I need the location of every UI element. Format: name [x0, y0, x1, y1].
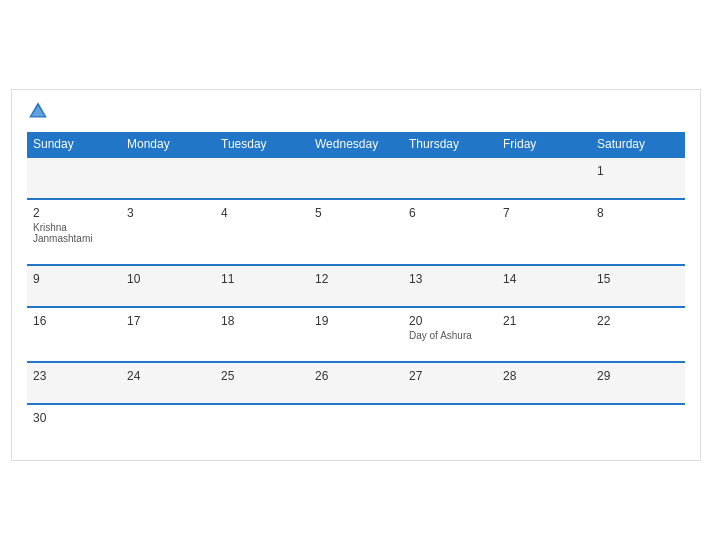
calendar-cell — [403, 404, 497, 445]
calendar-cell: 30 — [27, 404, 121, 445]
calendar-cell — [309, 404, 403, 445]
day-number: 11 — [221, 272, 303, 286]
logo — [27, 100, 52, 122]
day-number: 9 — [33, 272, 115, 286]
day-number: 17 — [127, 314, 209, 328]
weekday-header-saturday: Saturday — [591, 132, 685, 157]
logo-icon — [27, 100, 49, 122]
calendar-container: SundayMondayTuesdayWednesdayThursdayFrid… — [11, 89, 701, 461]
calendar-cell: 12 — [309, 265, 403, 307]
calendar-header — [27, 100, 685, 122]
weekday-header-tuesday: Tuesday — [215, 132, 309, 157]
day-number: 25 — [221, 369, 303, 383]
weekday-header-row: SundayMondayTuesdayWednesdayThursdayFrid… — [27, 132, 685, 157]
calendar-week-row: 30 — [27, 404, 685, 445]
day-number: 15 — [597, 272, 679, 286]
calendar-table: SundayMondayTuesdayWednesdayThursdayFrid… — [27, 132, 685, 445]
day-number: 29 — [597, 369, 679, 383]
calendar-cell — [497, 157, 591, 199]
day-number: 2 — [33, 206, 115, 220]
day-number: 14 — [503, 272, 585, 286]
day-number: 13 — [409, 272, 491, 286]
calendar-cell: 15 — [591, 265, 685, 307]
calendar-cell — [215, 404, 309, 445]
weekday-header-friday: Friday — [497, 132, 591, 157]
calendar-week-row: 2Krishna Janmashtami345678 — [27, 199, 685, 265]
calendar-week-row: 1 — [27, 157, 685, 199]
calendar-cell: 5 — [309, 199, 403, 265]
day-number: 5 — [315, 206, 397, 220]
day-number: 27 — [409, 369, 491, 383]
calendar-cell: 11 — [215, 265, 309, 307]
weekday-header-sunday: Sunday — [27, 132, 121, 157]
calendar-cell: 18 — [215, 307, 309, 362]
calendar-cell — [403, 157, 497, 199]
calendar-cell: 26 — [309, 362, 403, 404]
day-number: 22 — [597, 314, 679, 328]
calendar-cell: 3 — [121, 199, 215, 265]
calendar-week-row: 1617181920Day of Ashura2122 — [27, 307, 685, 362]
calendar-cell: 21 — [497, 307, 591, 362]
day-number: 16 — [33, 314, 115, 328]
calendar-cell: 27 — [403, 362, 497, 404]
calendar-cell: 2Krishna Janmashtami — [27, 199, 121, 265]
calendar-week-row: 9101112131415 — [27, 265, 685, 307]
day-number: 12 — [315, 272, 397, 286]
calendar-cell: 22 — [591, 307, 685, 362]
calendar-cell: 17 — [121, 307, 215, 362]
calendar-cell: 6 — [403, 199, 497, 265]
calendar-cell: 29 — [591, 362, 685, 404]
day-number: 20 — [409, 314, 491, 328]
calendar-cell — [497, 404, 591, 445]
day-number: 6 — [409, 206, 491, 220]
day-number: 1 — [597, 164, 679, 178]
calendar-cell — [27, 157, 121, 199]
holiday-label: Krishna Janmashtami — [33, 222, 115, 244]
calendar-cell: 23 — [27, 362, 121, 404]
calendar-cell: 10 — [121, 265, 215, 307]
calendar-cell: 19 — [309, 307, 403, 362]
day-number: 26 — [315, 369, 397, 383]
weekday-header-monday: Monday — [121, 132, 215, 157]
day-number: 4 — [221, 206, 303, 220]
holiday-label: Day of Ashura — [409, 330, 491, 341]
calendar-cell: 9 — [27, 265, 121, 307]
calendar-cell: 4 — [215, 199, 309, 265]
day-number: 30 — [33, 411, 115, 425]
calendar-cell — [121, 404, 215, 445]
day-number: 28 — [503, 369, 585, 383]
calendar-cell: 28 — [497, 362, 591, 404]
day-number: 10 — [127, 272, 209, 286]
calendar-cell: 8 — [591, 199, 685, 265]
day-number: 19 — [315, 314, 397, 328]
calendar-cell: 25 — [215, 362, 309, 404]
day-number: 7 — [503, 206, 585, 220]
calendar-cell: 20Day of Ashura — [403, 307, 497, 362]
calendar-cell — [591, 404, 685, 445]
day-number: 3 — [127, 206, 209, 220]
calendar-week-row: 23242526272829 — [27, 362, 685, 404]
calendar-cell: 1 — [591, 157, 685, 199]
calendar-cell — [121, 157, 215, 199]
weekday-header-wednesday: Wednesday — [309, 132, 403, 157]
calendar-cell: 24 — [121, 362, 215, 404]
calendar-cell: 7 — [497, 199, 591, 265]
weekday-header-thursday: Thursday — [403, 132, 497, 157]
day-number: 24 — [127, 369, 209, 383]
calendar-cell — [215, 157, 309, 199]
day-number: 18 — [221, 314, 303, 328]
calendar-cell: 14 — [497, 265, 591, 307]
calendar-cell — [309, 157, 403, 199]
calendar-cell: 16 — [27, 307, 121, 362]
day-number: 23 — [33, 369, 115, 383]
day-number: 21 — [503, 314, 585, 328]
day-number: 8 — [597, 206, 679, 220]
calendar-cell: 13 — [403, 265, 497, 307]
